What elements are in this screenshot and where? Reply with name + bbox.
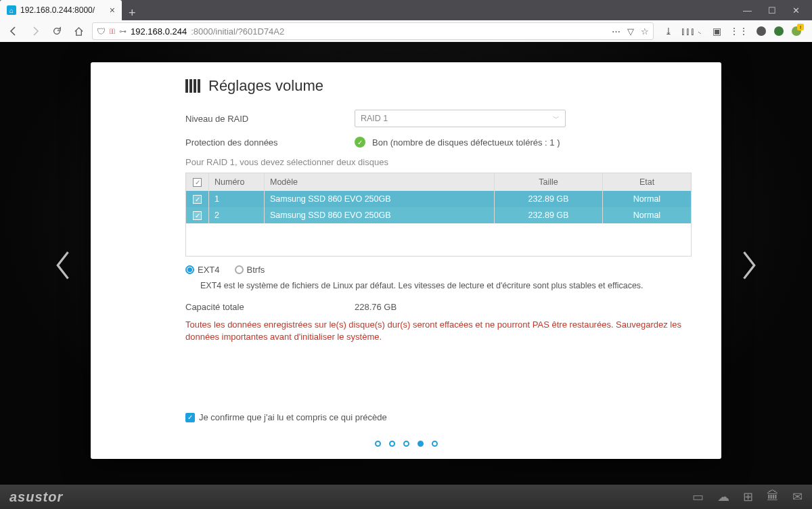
col-model[interactable]: Modèle [265, 173, 495, 191]
table-row[interactable]: ✓ 1 Samsung SSD 860 EVO 250GB 232.89 GB … [186, 191, 691, 207]
row-checkbox[interactable]: ✓ [193, 211, 202, 220]
select-all-checkbox[interactable]: ✓ [193, 178, 202, 187]
new-tab-button[interactable]: + [122, 6, 143, 20]
page-content: Réglages volume Niveau de RAID RAID 1 ﹀ … [0, 42, 812, 485]
table-header: ✓ Numéro Modèle Taille Etat [186, 173, 691, 191]
cell-state: Normal [603, 207, 691, 223]
extension-icon-2[interactable] [757, 26, 766, 36]
col-size[interactable]: Taille [495, 173, 603, 191]
cell-size: 232.89 GB [495, 207, 603, 223]
close-window-button[interactable]: ✕ [792, 5, 800, 16]
browser-chrome: ⌂ 192.168.0.244:8000/ × + — ☐ ✕ 🛡 🔒⃠ ⊶ 1… [0, 0, 812, 42]
url-host: 192.168.0.244 [131, 26, 187, 37]
raid-hint: Pour RAID 1, vous devez sélectionner deu… [185, 157, 692, 167]
extension-icon-1[interactable]: ⋮⋮ [729, 26, 748, 37]
bookmark-star-icon[interactable]: ☆ [641, 26, 649, 37]
footer-icons: ▭ ☁ ⊞ 🏛 ✉ [692, 489, 803, 504]
download-icon[interactable]: ⤓ [664, 26, 673, 37]
capacity-value: 228.76 GB [355, 302, 397, 312]
raid-level-value: RAID 1 [361, 114, 388, 123]
bank-icon[interactable]: 🏛 [767, 489, 779, 504]
tab-title: 192.168.0.244:8000/ [20, 5, 95, 15]
fs-btrfs-label: Btrfs [247, 265, 265, 275]
status-ok-icon: ✓ [355, 137, 365, 148]
raid-level-label: Niveau de RAID [185, 114, 355, 124]
table-row[interactable]: ✓ 2 Samsung SSD 860 EVO 250GB 232.89 GB … [186, 207, 691, 223]
step-dot[interactable] [432, 441, 438, 447]
cell-size: 232.89 GB [495, 191, 603, 207]
cloud-icon[interactable]: ☁ [717, 489, 729, 504]
page-actions-icon[interactable]: ⋯ [612, 26, 621, 37]
cell-model: Samsung SSD 860 EVO 250GB [265, 207, 495, 223]
favicon-icon: ⌂ [7, 5, 16, 15]
toolbar-extensions: ⤓ ⫿⫿⫿﹨ ▣ ⋮⋮ ! [659, 26, 807, 37]
prev-step-button[interactable] [50, 245, 77, 286]
chevron-down-icon: ﹀ [553, 114, 560, 123]
sidebar-icon[interactable]: ▣ [713, 26, 721, 37]
fs-description: EXT4 est le système de fichiers de Linux… [185, 279, 692, 294]
reader-icon[interactable]: ▽ [627, 26, 634, 37]
step-dot-active[interactable] [418, 441, 424, 447]
tab-close-button[interactable]: × [110, 5, 115, 16]
dialog-title: Réglages volume [208, 77, 323, 95]
capacity-label: Capacité totale [185, 302, 355, 312]
cell-state: Normal [603, 191, 691, 207]
step-dot[interactable] [403, 441, 409, 447]
footer-bar: asustor ▭ ☁ ⊞ 🏛 ✉ [0, 485, 812, 509]
mail-icon[interactable]: ✉ [792, 489, 803, 504]
insecure-icon: 🔒⃠ [110, 27, 115, 35]
data-protection-label: Protection des données [185, 137, 355, 148]
confirm-label: Je confirme que j'ai lu et compris ce qu… [199, 412, 387, 422]
tab-strip: ⌂ 192.168.0.244:8000/ × + — ☐ ✕ [0, 0, 812, 20]
fs-ext4-radio[interactable]: EXT4 [185, 265, 220, 275]
back-button[interactable] [5, 23, 22, 39]
fs-ext4-label: EXT4 [198, 265, 220, 275]
step-indicator [91, 441, 721, 447]
browser-tab[interactable]: ⌂ 192.168.0.244:8000/ × [0, 0, 122, 20]
window-controls: — ☐ ✕ [731, 0, 812, 20]
col-number[interactable]: Numéro [209, 173, 265, 191]
raid-level-select[interactable]: RAID 1 ﹀ [355, 110, 566, 127]
home-button[interactable] [70, 23, 87, 39]
cell-model: Samsung SSD 860 EVO 250GB [265, 191, 495, 207]
maximize-button[interactable]: ☐ [768, 5, 776, 16]
confirm-checkbox[interactable]: ✓ [185, 413, 195, 422]
reload-button[interactable] [49, 23, 65, 39]
row-checkbox[interactable]: ✓ [193, 195, 202, 204]
url-path: :8000/initial/?601D74A2 [191, 26, 284, 37]
table-empty-area [186, 223, 691, 256]
disk-table: ✓ Numéro Modèle Taille Etat ✓ 1 Samsung … [185, 173, 692, 257]
minimize-button[interactable]: — [743, 5, 752, 16]
col-state[interactable]: Etat [603, 173, 691, 191]
next-step-button[interactable] [735, 245, 762, 286]
cell-num: 2 [209, 207, 265, 223]
extension-icon-3[interactable] [774, 26, 784, 36]
data-protection-value: Bon (nombre de disques défectueux toléré… [372, 137, 560, 148]
key-icon: ⊶ [119, 27, 127, 36]
warning-text: Toutes les données enregistrées sur le(s… [185, 319, 692, 345]
cell-num: 1 [209, 191, 265, 207]
volume-settings-dialog: Réglages volume Niveau de RAID RAID 1 ﹀ … [91, 62, 721, 459]
url-bar[interactable]: 🛡 🔒⃠ ⊶ 192.168.0.244:8000/initial/?601D7… [92, 22, 654, 40]
extension-icon-4[interactable]: ! [792, 26, 801, 36]
library-icon[interactable]: ⫿⫿⫿﹨ [681, 26, 704, 37]
volume-icon [185, 79, 200, 93]
fs-btrfs-radio[interactable]: Btrfs [235, 265, 265, 275]
brand-logo: asustor [9, 489, 63, 505]
step-dot[interactable] [389, 441, 395, 447]
puzzle-icon[interactable]: ⊞ [743, 489, 753, 504]
chat-icon[interactable]: ▭ [692, 489, 704, 504]
forward-button[interactable] [27, 23, 43, 39]
nav-bar: 🛡 🔒⃠ ⊶ 192.168.0.244:8000/initial/?601D7… [0, 20, 812, 42]
step-dot[interactable] [375, 441, 381, 447]
shield-icon: 🛡 [97, 26, 106, 37]
